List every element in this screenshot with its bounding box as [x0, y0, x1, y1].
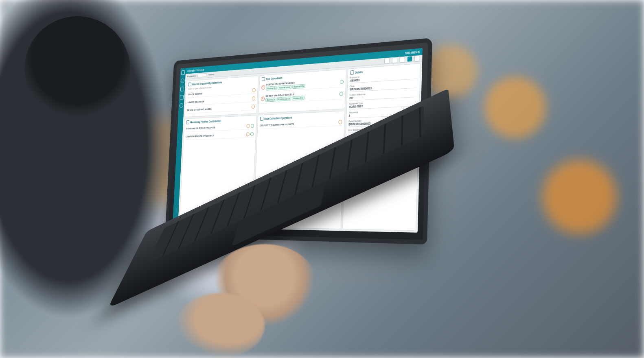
- panel-material-traceability: Material Traceability Operations Scan or…: [184, 76, 258, 117]
- warning-icon: [261, 85, 265, 90]
- trace-row[interactable]: TRACE ENGINE: [188, 87, 256, 98]
- brand: SIEMENS: [405, 50, 420, 54]
- wrist: [175, 293, 265, 358]
- panel-title: Material Traceability Operations: [188, 78, 256, 87]
- trace-row[interactable]: TRACE STEERING WHEEL: [187, 103, 255, 114]
- toolbar-icon[interactable]: [399, 57, 405, 63]
- person-head: [24, 16, 130, 122]
- tag: Runtime 2s: [266, 86, 277, 91]
- row-label: COLLECT THERMO PRESS DATA: [260, 123, 294, 127]
- tag: Runtime 2s: [265, 97, 276, 102]
- nav-icon[interactable]: [180, 103, 183, 108]
- user-icon[interactable]: [414, 55, 420, 62]
- row-label: CONFIRM ON-ROAD PACKAGE: [186, 127, 215, 130]
- confirm-row[interactable]: CONFIRM ENGINE PRESENCE: [186, 131, 254, 140]
- nav-icon[interactable]: [181, 70, 185, 75]
- toolbar-icon[interactable]: [392, 57, 398, 63]
- app-title: Operator Terminal: [187, 68, 204, 72]
- toolbar-icon[interactable]: [384, 58, 390, 64]
- row-label: TRACE ENGINE: [188, 92, 202, 96]
- toolbar-primary-icon[interactable]: [407, 56, 412, 61]
- row-label: SCREW ON-ROAD WHEELS: [266, 81, 305, 86]
- trace-row[interactable]: TRACE GEARBOX: [187, 95, 255, 106]
- tag: Runtime set-up: [277, 96, 291, 101]
- tag: Runtime set-up: [278, 85, 292, 90]
- tag: Runtime 0.3s: [292, 96, 305, 100]
- panel-tool-operations: Tool Operations SCREW ON-ROAD WHEELS Run…: [258, 69, 346, 114]
- equipment-label: Equipment: [187, 74, 196, 77]
- panel-hint: Scan or type a Serial Number: [188, 83, 256, 90]
- nav-icon[interactable]: [181, 79, 184, 83]
- row-label: CONFIRM ENGINE PRESENCE: [186, 134, 214, 138]
- nav-icon[interactable]: [180, 87, 184, 92]
- confirm-row[interactable]: CONFIRM ON-ROAD PACKAGE: [186, 123, 254, 132]
- tag: Runtime 0.3s: [292, 84, 305, 89]
- panel-title: Mandatory Positive Confirmation: [186, 117, 254, 124]
- nav-icon[interactable]: [180, 95, 184, 100]
- warning-icon: [261, 96, 265, 101]
- history-label: History: [208, 73, 214, 76]
- row-label: TRACE STEERING WHEEL: [187, 108, 212, 111]
- equipment-field[interactable]: [197, 73, 207, 77]
- left-nav-rail[interactable]: [173, 68, 186, 227]
- row-label: TRACE GEARBOX: [187, 100, 204, 104]
